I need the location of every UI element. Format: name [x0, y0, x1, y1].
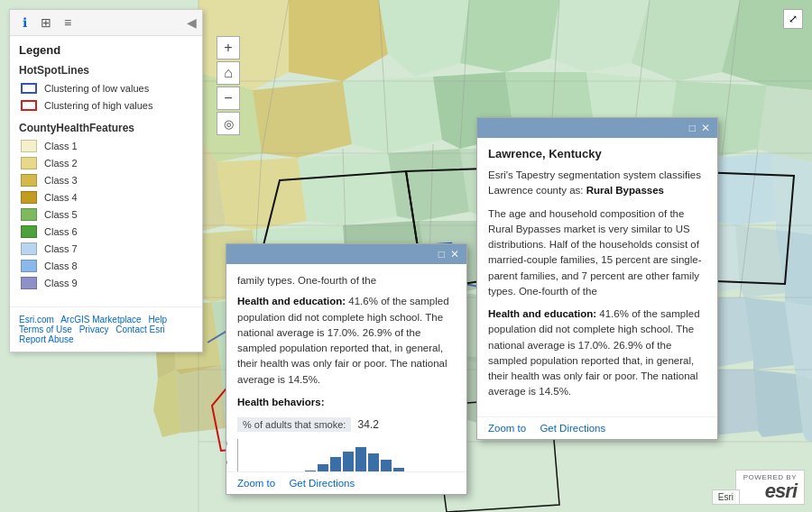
popup-left-close-button[interactable]: ✕ [450, 248, 459, 261]
popup-right-header: □ ✕ [477, 118, 717, 138]
popup-left-chart-label: % of adults that smoke: [237, 417, 351, 432]
collapse-arrow-icon[interactable]: ◀ [187, 15, 197, 30]
hotspot-high-symbol [19, 98, 39, 113]
popup-right-close-button[interactable]: ✕ [701, 122, 710, 134]
svg-marker-10 [343, 77, 442, 153]
list-icon[interactable]: ≡ [59, 14, 77, 32]
popup-left-behaviors-label: Health behaviors: [237, 397, 325, 407]
popup-left-directions-link[interactable]: Get Directions [289, 478, 355, 489]
popup-right-footer: Zoom to Get Directions [477, 416, 717, 439]
sidebar-panel: ℹ ⊞ ≡ ◀ Legend HotSpotLines Clustering o… [9, 9, 203, 352]
class-8-label: Class 8 [44, 261, 78, 271]
popup-left-footer: Zoom to Get Directions [226, 471, 466, 494]
esri-logo-text: esri [765, 481, 797, 501]
footer-link-report[interactable]: Report Abuse [19, 334, 74, 344]
footer-link-contact[interactable]: Contact Esri [115, 325, 164, 334]
hotspot-section: HotSpotLines Clustering of low values Cl… [19, 64, 193, 113]
popup-left-minimize-button[interactable]: □ [438, 248, 445, 261]
map-attribution: Esri [712, 489, 740, 505]
chart-bars-container [238, 443, 420, 471]
popup-right: □ ✕ Lawrence, Kentucky Esri's Tapestry s… [476, 117, 718, 440]
hotspot-high-item: Clustering of high values [19, 98, 193, 113]
class-5-swatch [19, 207, 39, 222]
popup-left-chart-container: % of adults that smoke: 34.2 3020100 [237, 417, 456, 471]
svg-marker-86 [22, 101, 36, 110]
locate-button[interactable]: ◎ [217, 112, 240, 135]
svg-marker-18 [298, 153, 397, 225]
zoom-out-button[interactable]: − [217, 87, 240, 110]
home-button[interactable]: ⌂ [217, 61, 240, 85]
popup-right-segment: Rural Bypasses [586, 185, 664, 196]
popup-right-directions-link[interactable]: Get Directions [540, 423, 605, 434]
popup-left: □ ✕ family types. One-fourth of the Heal… [226, 243, 467, 495]
chart-bar-6 [318, 464, 328, 471]
popup-left-health-text: 41.6% of the sampled population did not … [237, 296, 449, 384]
class-items-container: Class 1 Class 2 Class 3 Class 4 Class 5 [19, 139, 193, 290]
popup-left-behaviors-heading: Health behaviors: [237, 395, 456, 410]
class-item-3: Class 3 [19, 173, 193, 187]
popup-left-health-heading: Health and education: [237, 296, 346, 306]
popup-right-section: Health and education: 41.6% of the sampl… [488, 306, 706, 400]
footer-link-terms[interactable]: Terms of Use [19, 325, 72, 334]
popup-left-intro: family types. One-fourth of the [237, 275, 376, 286]
popup-left-header: □ ✕ [226, 244, 466, 264]
class-2-label: Class 2 [44, 158, 78, 169]
popup-right-body[interactable]: Lawrence, Kentucky Esri's Tapestry segme… [477, 138, 717, 416]
class-4-swatch [19, 190, 39, 205]
class-item-6: Class 6 [19, 224, 193, 239]
chart-bar-9 [355, 447, 366, 471]
footer-link-esri[interactable]: Esri.com [19, 315, 54, 325]
popup-right-title: Lawrence, Kentucky [488, 147, 706, 160]
class-9-label: Class 9 [44, 278, 78, 288]
class-7-label: Class 7 [44, 243, 78, 254]
class-7-swatch [19, 242, 39, 256]
popup-right-section-text: 41.6% of the sampled population did not … [488, 308, 700, 397]
sidebar-toolbar: ℹ ⊞ ≡ ◀ [10, 10, 202, 36]
esri-attribution-text: Esri [718, 492, 734, 502]
class-1-swatch [19, 139, 39, 153]
class-5-label: Class 5 [44, 209, 78, 220]
map-controls: + ⌂ − ◎ [217, 36, 240, 137]
class-1-label: Class 1 [44, 141, 78, 151]
footer-link-privacy[interactable]: Privacy [79, 325, 109, 334]
county-section-title: CountyHealthFeatures [19, 122, 193, 134]
footer-link-marketplace[interactable]: ArcGIS Marketplace [60, 315, 141, 325]
popup-right-section-heading: Health and education: [488, 308, 596, 319]
svg-marker-85 [22, 84, 36, 93]
footer-link-help[interactable]: Help [148, 315, 167, 325]
svg-marker-19 [388, 149, 469, 221]
class-4-label: Class 4 [44, 192, 78, 203]
class-3-swatch [19, 173, 39, 187]
zoom-in-button[interactable]: + [217, 36, 240, 59]
class-8-swatch [19, 259, 39, 273]
info-icon[interactable]: ℹ [15, 14, 33, 32]
class-2-swatch [19, 156, 39, 170]
popup-right-intro: Esri's Tapestry segmentation system clas… [488, 168, 706, 199]
popup-right-minimize-button[interactable]: □ [689, 122, 696, 134]
table-icon[interactable]: ⊞ [37, 14, 55, 32]
popup-left-body[interactable]: family types. One-fourth of the Health a… [226, 264, 466, 471]
popup-left-zoom-link[interactable]: Zoom to [237, 478, 275, 489]
hotspot-high-label: Clustering of high values [44, 100, 152, 111]
svg-marker-17 [217, 158, 307, 230]
popup-right-zoom-link[interactable]: Zoom to [488, 423, 526, 434]
chart-bar-12 [393, 468, 404, 471]
expand-button[interactable]: ⤢ [783, 9, 803, 29]
legend-title: Legend [19, 43, 193, 57]
sidebar-content: Legend HotSpotLines Clustering of low va… [10, 36, 202, 306]
chart-bar-5 [305, 471, 316, 471]
class-6-label: Class 6 [44, 226, 78, 237]
hotspot-low-symbol [19, 81, 39, 96]
hotspot-low-item: Clustering of low values [19, 81, 193, 96]
class-item-8: Class 8 [19, 259, 193, 273]
class-item-2: Class 2 [19, 156, 193, 170]
chart-bar-11 [381, 460, 392, 471]
class-item-7: Class 7 [19, 242, 193, 256]
popup-left-partial-text: family types. One-fourth of the [237, 273, 456, 288]
sidebar-footer: Esri.com ArcGIS Marketplace Help Terms o… [10, 306, 202, 352]
class-item-4: Class 4 [19, 190, 193, 205]
class-item-9: Class 9 [19, 276, 193, 290]
hotspot-low-label: Clustering of low values [44, 83, 149, 94]
chart-bar-7 [330, 457, 341, 471]
svg-marker-55 [753, 370, 803, 437]
